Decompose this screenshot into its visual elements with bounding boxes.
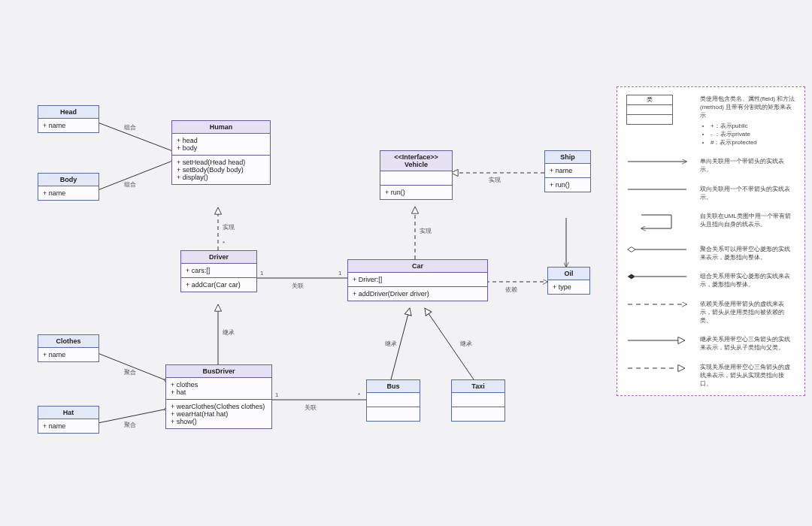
class-attrs: + name xyxy=(38,119,98,132)
edge-label: 实现 xyxy=(420,228,432,234)
class-car[interactable]: Car + Driver:[] + addDriver(Driver drive… xyxy=(347,259,488,301)
legend-self: 自关联在UML类图中用一个带有箭头且指向自身的线表示。 xyxy=(700,212,795,228)
class-title: Ship xyxy=(545,151,590,164)
class-ops: + setHead(Head head) + setBody(Body body… xyxy=(172,156,270,184)
class-title: Driver xyxy=(181,251,256,264)
edge-bus-car xyxy=(391,308,410,379)
class-taxi[interactable]: Taxi xyxy=(451,379,505,422)
class-title: BusDriver xyxy=(166,365,271,378)
class-attrs: + name xyxy=(38,419,98,433)
class-attrs: + name xyxy=(545,164,590,178)
edge-label: 继承 xyxy=(223,329,235,336)
class-title: Bus xyxy=(367,380,420,393)
class-oil[interactable]: Oil + type xyxy=(547,267,590,295)
edge-label: 聚合 xyxy=(124,369,136,376)
class-clothes[interactable]: Clothes + name xyxy=(38,334,99,362)
class-attrs xyxy=(452,393,504,407)
class-ops: + wearClothes(Clothes clothes) + wearHat… xyxy=(166,400,271,428)
edge-label: 继承 xyxy=(460,340,472,347)
legend-class-icon: 类 xyxy=(626,95,673,125)
class-title: Body xyxy=(38,174,98,186)
legend-vis-private: - ：表示private xyxy=(710,130,795,138)
legend-class-header: 类 xyxy=(627,95,672,105)
edge-mult: * xyxy=(223,240,225,246)
edge-label: 依赖 xyxy=(505,286,517,293)
edge-label: 聚合 xyxy=(124,422,136,428)
class-head[interactable]: Head + name xyxy=(38,105,99,133)
legend-assoc-uni: 单向关联用一个带箭头的实线表示。 xyxy=(700,157,795,174)
legend-inheritance: 继承关系用带空心三角箭头的实线来表示，箭头从子类指向父类。 xyxy=(700,335,795,352)
class-hat[interactable]: Hat + name xyxy=(38,406,99,434)
legend-class-desc: 类使用包含类名、属性(field) 和方法(method) 且带有分割线的矩形来… xyxy=(700,95,795,120)
legend-vis-public: +：表示public xyxy=(710,122,795,130)
class-ops: + run() xyxy=(545,178,590,192)
legend-panel: 类 类使用包含类名、属性(field) 和方法(method) 且带有分割线的矩… xyxy=(617,86,805,396)
legend-aggregation: 聚合关系可以用带空心菱形的实线来表示，菱形指向整体。 xyxy=(700,245,795,261)
class-title: Oil xyxy=(548,268,589,280)
legend-realization: 实现关系使用带空心三角箭头的虚线来表示，箭头从实现类指向接口。 xyxy=(700,363,795,388)
edge-label: 关联 xyxy=(304,404,317,411)
edge-taxi-car xyxy=(425,308,474,379)
class-ops: + addCar(Car car) xyxy=(181,278,256,292)
class-title: Human xyxy=(172,121,270,134)
class-attrs: + clothes + hat xyxy=(166,378,271,400)
edge-label: 继承 xyxy=(385,340,397,347)
class-title: Taxi xyxy=(452,380,504,393)
class-title: <<Interface>> Vehicle xyxy=(380,151,452,171)
class-ops xyxy=(367,407,420,421)
class-attrs: + cars:[] xyxy=(181,264,256,278)
class-ops: + addDriver(Driver driver) xyxy=(348,287,487,301)
edge-label: 组合 xyxy=(124,181,136,188)
edge-head-human xyxy=(98,122,171,150)
edge-mult: 1 xyxy=(338,270,342,277)
edge-label: 实现 xyxy=(223,224,235,231)
class-ship[interactable]: Ship + name + run() xyxy=(544,150,591,192)
class-attrs: + name xyxy=(38,348,98,361)
class-driver[interactable]: Driver + cars:[] + addCar(Car car) xyxy=(180,250,257,292)
class-busdriver[interactable]: BusDriver + clothes + hat + wearClothes(… xyxy=(165,364,272,429)
edge-label: 关联 xyxy=(292,283,304,289)
class-body[interactable]: Body + name xyxy=(38,173,99,201)
class-ops xyxy=(452,407,504,421)
class-human[interactable]: Human + head + body + setHead(Head head)… xyxy=(171,120,271,185)
edge-label: 组合 xyxy=(124,124,136,131)
legend-composition: 组合关系用带实心菱形的实线来表示，菱形指向整体。 xyxy=(700,272,795,289)
edge-label: 实现 xyxy=(489,177,501,183)
legend-vis-protected: #：表示protected xyxy=(710,138,795,147)
diagram-canvas: 组合 组合 实现 * 继承 关联 1 1 关联 1 * 聚合 聚合 实现 实现 xyxy=(0,0,812,526)
legend-dependency: 依赖关系使用带箭头的虚线来表示，箭头从使用类指向被依赖的类。 xyxy=(700,300,795,325)
edge-mult: 1 xyxy=(260,270,264,277)
edge-mult: 1 xyxy=(275,391,279,398)
edge-hat-busdriver xyxy=(98,410,164,423)
class-attrs: + Driver:[] xyxy=(348,273,487,287)
class-vehicle[interactable]: <<Interface>> Vehicle + run() xyxy=(380,150,453,200)
class-attrs: + name xyxy=(38,186,98,200)
class-title: Car xyxy=(348,260,487,273)
class-attrs: + type xyxy=(548,280,589,294)
class-attrs: + head + body xyxy=(172,134,270,156)
class-title: Clothes xyxy=(38,335,98,348)
class-title: Hat xyxy=(38,407,98,419)
edge-clothes-busdriver xyxy=(98,353,164,379)
edge-body-human xyxy=(98,162,171,190)
edge-mult: * xyxy=(358,391,360,398)
class-title: Head xyxy=(38,106,98,119)
class-attrs xyxy=(367,393,420,407)
class-bus[interactable]: Bus xyxy=(366,379,420,422)
class-ops: + run() xyxy=(380,186,452,199)
legend-assoc-bi: 双向关联用一个不带箭头的实线表示。 xyxy=(700,185,795,201)
class-attrs xyxy=(380,171,452,186)
